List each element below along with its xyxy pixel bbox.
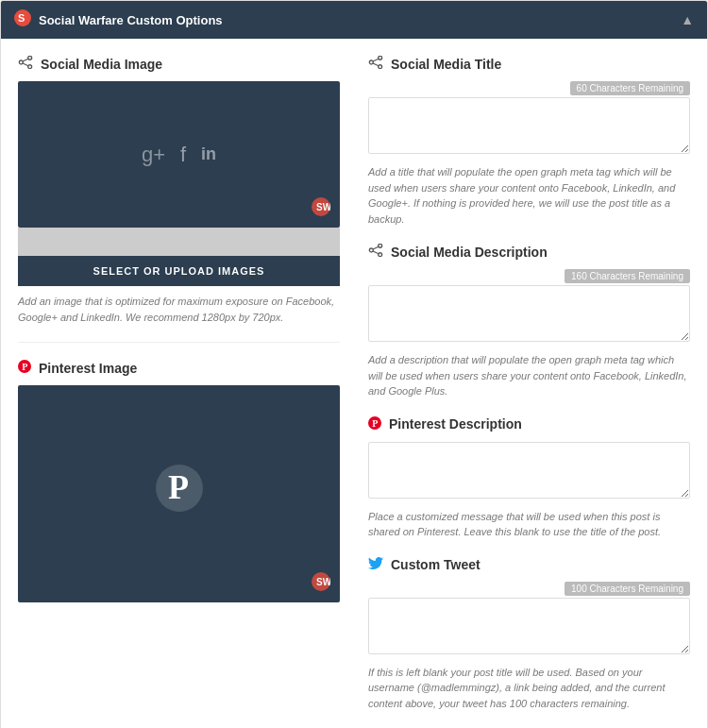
social-media-image-title: Social Media Image bbox=[18, 56, 340, 72]
svg-line-6 bbox=[23, 63, 28, 66]
tweet-char-counter: 100 Characters Remaining bbox=[565, 582, 690, 596]
pinterest-description-input[interactable] bbox=[368, 442, 690, 499]
panel-header: S Social Warfare Custom Options ▲ bbox=[1, 1, 707, 39]
share-icon-description bbox=[368, 244, 383, 260]
pinterest-description-section: P Pinterest Description Place a customiz… bbox=[368, 416, 690, 540]
left-column: Social Media Image g+ f in SW bbox=[18, 56, 340, 728]
pinterest-image-label: Pinterest Image bbox=[39, 361, 137, 376]
social-media-description-input[interactable] bbox=[368, 285, 690, 342]
svg-point-4 bbox=[28, 65, 32, 69]
main-grid: Social Media Image g+ f in SW bbox=[18, 56, 690, 728]
svg-line-18 bbox=[373, 59, 379, 61]
svg-line-19 bbox=[373, 63, 379, 66]
pinterest-preview-logo: SW bbox=[312, 572, 330, 595]
social-media-title-label: Social Media Title bbox=[391, 57, 501, 72]
social-media-image-help: Add an image that is optimized for maxim… bbox=[18, 294, 340, 325]
pinterest-image-preview: P SW bbox=[18, 385, 340, 602]
image-gray-bar bbox=[18, 228, 340, 256]
panel-body: Social Media Image g+ f in SW bbox=[1, 39, 707, 728]
svg-point-22 bbox=[379, 253, 382, 257]
svg-text:SW: SW bbox=[316, 577, 330, 587]
svg-point-3 bbox=[19, 60, 23, 64]
svg-point-20 bbox=[379, 244, 382, 247]
svg-point-2 bbox=[28, 56, 32, 59]
svg-line-23 bbox=[373, 246, 379, 249]
custom-tweet-heading: Custom Tweet bbox=[368, 557, 690, 572]
share-logo-icon: S bbox=[14, 9, 31, 30]
pinterest-image-title: P Pinterest Image bbox=[18, 360, 340, 376]
social-media-title-heading: Social Media Title bbox=[368, 56, 690, 72]
pinterest-description-heading: P Pinterest Description bbox=[368, 416, 690, 432]
social-media-image-label: Social Media Image bbox=[41, 57, 162, 72]
panel-toggle-icon[interactable]: ▲ bbox=[681, 12, 694, 27]
pinterest-icon-desc: P bbox=[368, 416, 381, 432]
linkedin-icon: in bbox=[201, 144, 216, 164]
share-icon-image bbox=[18, 56, 33, 72]
svg-line-24 bbox=[373, 251, 379, 254]
panel-title: Social Warfare Custom Options bbox=[39, 13, 223, 27]
preview-sw-logo: SW bbox=[312, 197, 330, 220]
panel-header-left: S Social Warfare Custom Options bbox=[14, 9, 223, 30]
social-media-image-section: Social Media Image g+ f in SW bbox=[18, 56, 340, 325]
title-char-counter: 60 Characters Remaining bbox=[570, 81, 690, 95]
svg-text:P: P bbox=[22, 362, 27, 372]
social-media-image-preview: g+ f in SW bbox=[18, 81, 340, 228]
custom-tweet-label: Custom Tweet bbox=[391, 557, 480, 572]
desc-char-counter: 160 Characters Remaining bbox=[565, 269, 690, 283]
pinterest-description-help: Place a customized message that will be … bbox=[368, 509, 690, 540]
custom-tweet-help: If this is left blank your post title wi… bbox=[368, 665, 690, 712]
social-media-title-input[interactable] bbox=[368, 97, 690, 154]
svg-line-5 bbox=[23, 59, 28, 61]
right-column: Social Media Title 60 Characters Remaini… bbox=[368, 56, 690, 728]
pinterest-description-label: Pinterest Description bbox=[389, 416, 522, 432]
social-media-description-help: Add a description that will populate the… bbox=[368, 352, 690, 399]
social-media-title-help: Add a title that will populate the open … bbox=[368, 164, 690, 227]
svg-point-15 bbox=[379, 56, 382, 59]
pinterest-icon-title: P bbox=[18, 360, 31, 376]
custom-tweet-input[interactable] bbox=[368, 598, 690, 654]
social-media-title-section: Social Media Title 60 Characters Remaini… bbox=[368, 56, 690, 227]
svg-text:P: P bbox=[168, 468, 189, 506]
title-char-counter-row: 60 Characters Remaining bbox=[368, 81, 690, 95]
social-media-description-heading: Social Media Description bbox=[368, 244, 690, 260]
svg-text:S: S bbox=[18, 12, 25, 24]
social-media-description-section: Social Media Description 160 Characters … bbox=[368, 244, 690, 399]
divider-1 bbox=[18, 342, 340, 343]
google-plus-icon: g+ bbox=[142, 143, 165, 167]
twitter-icon bbox=[368, 557, 383, 572]
custom-tweet-section: Custom Tweet 100 Characters Remaining If… bbox=[368, 557, 690, 712]
pinterest-image-section: P Pinterest Image P S bbox=[18, 360, 340, 602]
svg-point-21 bbox=[369, 248, 373, 252]
share-icon-title bbox=[368, 56, 383, 72]
social-media-description-label: Social Media Description bbox=[391, 245, 548, 260]
tweet-char-counter-row: 100 Characters Remaining bbox=[368, 582, 690, 596]
svg-point-16 bbox=[369, 60, 373, 64]
pinterest-large-icon: P bbox=[156, 465, 203, 523]
social-warfare-panel: S Social Warfare Custom Options ▲ bbox=[0, 0, 708, 728]
svg-text:SW: SW bbox=[316, 202, 330, 212]
preview-social-icons: g+ f in bbox=[142, 143, 216, 167]
upload-images-button[interactable]: SELECT OR UPLOAD IMAGES bbox=[18, 256, 340, 286]
facebook-icon: f bbox=[180, 143, 186, 167]
svg-text:P: P bbox=[372, 417, 378, 428]
svg-point-17 bbox=[379, 65, 382, 69]
desc-char-counter-row: 160 Characters Remaining bbox=[368, 269, 690, 283]
